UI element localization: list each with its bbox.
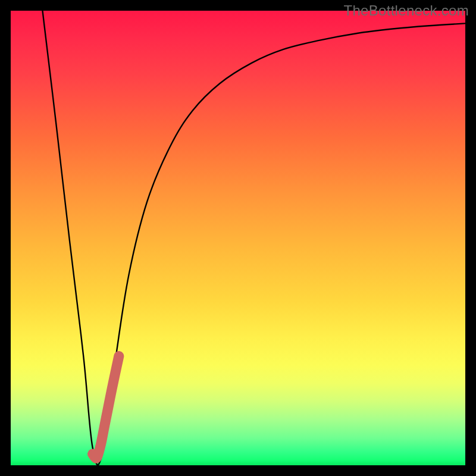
chart-overlay — [11, 11, 465, 465]
highlight-segment — [93, 356, 119, 458]
watermark-label: TheBottleneck.com — [343, 2, 469, 19]
chart-frame: TheBottleneck.com — [0, 0, 476, 476]
plot-area — [11, 11, 465, 465]
